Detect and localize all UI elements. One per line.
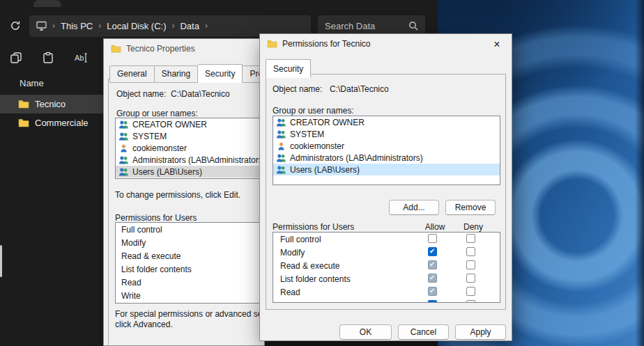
tab-general[interactable]: General: [109, 65, 155, 83]
allow-checkbox: [428, 260, 437, 269]
group-icon: [276, 118, 286, 127]
dialog-title-bar[interactable]: Permissions for Tecnico: [260, 34, 512, 54]
remove-button[interactable]: Remove: [445, 200, 496, 215]
group-user-names-label: Group or user names:: [116, 109, 198, 118]
user-label: Users (LAB\Users): [132, 167, 202, 177]
deny-checkbox[interactable]: [466, 260, 475, 269]
perms-permissions-list[interactable]: Full controlModifyRead & executeList fol…: [273, 232, 500, 303]
explorer-tab[interactable]: [33, 0, 61, 7]
object-name-value: C:\Data\Tecnico: [171, 89, 230, 99]
object-name-value: C:\Data\Tecnico: [330, 84, 389, 94]
folder-label: Commerciale: [35, 118, 89, 128]
breadcrumb-data[interactable]: Data: [180, 21, 199, 31]
permission-label: Modify: [280, 248, 305, 258]
tab-security[interactable]: Security: [266, 59, 311, 78]
deny-checkbox[interactable]: [466, 234, 475, 243]
ok-button[interactable]: OK: [339, 324, 392, 340]
svg-text:Ab: Ab: [75, 54, 84, 62]
user-label: SYSTEM: [290, 129, 324, 139]
perms-users-list[interactable]: CREATOR OWNERSYSTEMcookiemonsterAdminist…: [273, 116, 500, 185]
allow-checkbox[interactable]: [428, 247, 437, 256]
user-row[interactable]: cookiemonster: [273, 140, 500, 152]
allow-checkbox[interactable]: [428, 234, 437, 243]
folder-pane: Name Tecnico Commerciale: [0, 72, 103, 132]
edit-hint-text: To change permissions, click Edit.: [115, 190, 240, 200]
deny-checkbox[interactable]: [466, 274, 475, 283]
object-name-label: Object name:: [273, 84, 322, 94]
add-button[interactable]: Add...: [389, 200, 439, 215]
user-label: Administrators (LAB\Administrators): [290, 153, 423, 163]
user-row[interactable]: CREATOR OWNER: [273, 116, 500, 128]
object-name-label: Object name:: [116, 89, 166, 99]
user-label: SYSTEM: [132, 132, 167, 141]
user-row[interactable]: Administrators (LAB\Administrators): [273, 152, 500, 164]
group-user-names-label: Group or user names:: [273, 106, 354, 116]
cancel-button[interactable]: Cancel: [398, 324, 449, 340]
group-icon: [118, 132, 129, 141]
group-icon: [118, 155, 129, 165]
props-permissions-list[interactable]: Full controlModifyRead & executeList fol…: [115, 222, 263, 304]
search-icon: [408, 21, 418, 31]
props-users-list[interactable]: CREATOR OWNERSYSTEMcookiemonsterAdminist…: [115, 118, 263, 179]
folder-icon: [18, 100, 29, 109]
permission-row: Read: [116, 276, 262, 289]
dialog-title: Tecnico Properties: [126, 44, 195, 54]
permission-label: Read & execute: [280, 261, 339, 271]
sidebar-item-commerciale[interactable]: Commerciale: [0, 113, 103, 132]
user-row[interactable]: Administrators (LAB\Administrators): [116, 154, 262, 166]
folder-icon: [267, 40, 277, 48]
deny-checkbox[interactable]: [466, 287, 475, 296]
permission-label: Read: [280, 288, 300, 297]
column-header-name[interactable]: Name: [0, 72, 103, 95]
chevron-right-icon: ›: [52, 21, 55, 31]
user-row[interactable]: cookiemonster: [116, 142, 262, 154]
sidebar-item-tecnico[interactable]: Tecnico: [0, 95, 103, 113]
tab-sharing[interactable]: Sharing: [155, 65, 198, 83]
scrollbar-thumb[interactable]: [0, 245, 2, 277]
permission-label: Write: [280, 301, 300, 303]
rename-button[interactable]: Ab: [74, 52, 89, 64]
allow-checkbox: [428, 287, 437, 296]
user-icon: [118, 143, 129, 153]
dialog-title-bar[interactable]: Tecnico Properties: [104, 39, 264, 58]
search-placeholder: Search Data: [325, 21, 408, 31]
user-label: CREATOR OWNER: [132, 120, 207, 129]
allow-checkbox: [428, 274, 437, 283]
user-row[interactable]: SYSTEM: [116, 130, 262, 142]
breadcrumb-this-pc[interactable]: This PC: [61, 21, 93, 31]
allow-checkbox[interactable]: [428, 300, 437, 303]
tab-security[interactable]: Security: [198, 64, 243, 83]
refresh-button[interactable]: [6, 16, 25, 36]
copy-button[interactable]: [10, 52, 22, 64]
permission-row: Write: [273, 299, 500, 303]
close-button[interactable]: ×: [484, 36, 510, 53]
paste-button[interactable]: [42, 52, 54, 64]
permission-row: Write: [116, 289, 262, 302]
deny-checkbox[interactable]: [466, 247, 475, 256]
permission-row: Modify: [116, 236, 262, 249]
allow-column-header: Allow: [420, 222, 450, 232]
this-pc-icon: [36, 21, 47, 31]
permission-row: List folder contents: [273, 272, 500, 285]
user-row[interactable]: Users (LAB\Users): [116, 166, 262, 178]
properties-tab-strip: General Sharing Security Previous Vers: [109, 65, 265, 83]
wallpaper-edge-shade: [635, 0, 644, 346]
deny-checkbox[interactable]: [466, 300, 475, 303]
user-row[interactable]: Users (LAB\Users): [273, 164, 500, 175]
rename-icon: Ab: [74, 52, 89, 64]
paste-icon: [42, 52, 54, 64]
permission-row: Read: [273, 285, 500, 299]
user-label: Users (LAB\Users): [290, 165, 360, 175]
advanced-hint-line1: For special permissions or advanced sett…: [115, 309, 265, 319]
dialog-title: Permissions for Tecnico: [282, 39, 371, 49]
user-label: cookiemonster: [132, 143, 187, 153]
apply-button[interactable]: Apply: [455, 324, 506, 340]
tecnico-properties-dialog: Tecnico Properties General Sharing Secur…: [103, 38, 265, 346]
folder-icon: [111, 45, 121, 53]
permission-row: Full control: [273, 233, 500, 246]
user-row[interactable]: SYSTEM: [273, 128, 500, 140]
breadcrumb-local-disk-c[interactable]: Local Disk (C:): [107, 21, 166, 31]
permission-row: Read & execute: [273, 259, 500, 272]
user-row[interactable]: CREATOR OWNER: [116, 118, 262, 130]
permissions-tab-strip: Security: [266, 61, 311, 78]
